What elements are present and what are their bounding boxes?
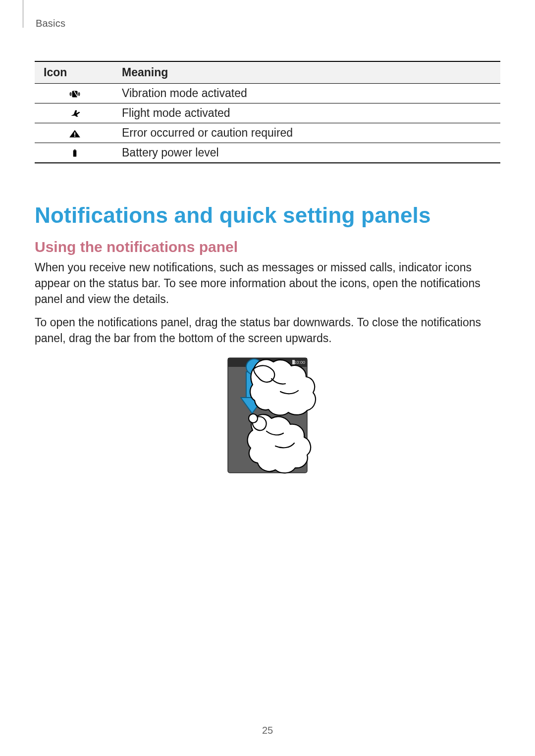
vibration-icon — [35, 84, 115, 103]
table-header-icon: Icon — [35, 61, 115, 84]
illustration-swipe-down: 10:00 — [35, 355, 500, 478]
margin-rule — [23, 0, 23, 28]
heading-major: Notifications and quick setting panels — [35, 203, 500, 228]
table-cell-meaning: Flight mode activated — [115, 103, 500, 123]
heading-sub: Using the notifications panel — [35, 239, 500, 255]
table-cell-meaning: Error occurred or caution required — [115, 123, 500, 143]
page-number: 25 — [0, 725, 535, 736]
svg-rect-4 — [74, 150, 75, 151]
warning-icon — [35, 123, 115, 143]
flight-icon — [35, 103, 115, 123]
section-label: Basics — [36, 18, 500, 29]
table-row: Flight mode activated — [35, 103, 500, 123]
battery-icon — [35, 143, 115, 163]
table-row: Battery power level — [35, 143, 500, 163]
paragraph-1: When you receive new notifications, such… — [35, 259, 500, 307]
icon-meaning-table: Icon Meaning — [35, 61, 500, 163]
table-cell-meaning: Battery power level — [115, 143, 500, 163]
svg-point-10 — [249, 414, 258, 423]
table-row: Vibration mode activated — [35, 84, 500, 103]
paragraph-2: To open the notifications panel, drag th… — [35, 314, 500, 346]
svg-rect-1 — [74, 132, 75, 135]
svg-rect-3 — [73, 150, 77, 156]
table-header-meaning: Meaning — [115, 61, 500, 84]
table-cell-meaning: Vibration mode activated — [115, 84, 500, 103]
svg-rect-2 — [74, 136, 75, 137]
page: Basics Icon Meaning — [0, 0, 535, 756]
table-row: Error occurred or caution required — [35, 123, 500, 143]
status-time: 10:00 — [294, 360, 305, 365]
